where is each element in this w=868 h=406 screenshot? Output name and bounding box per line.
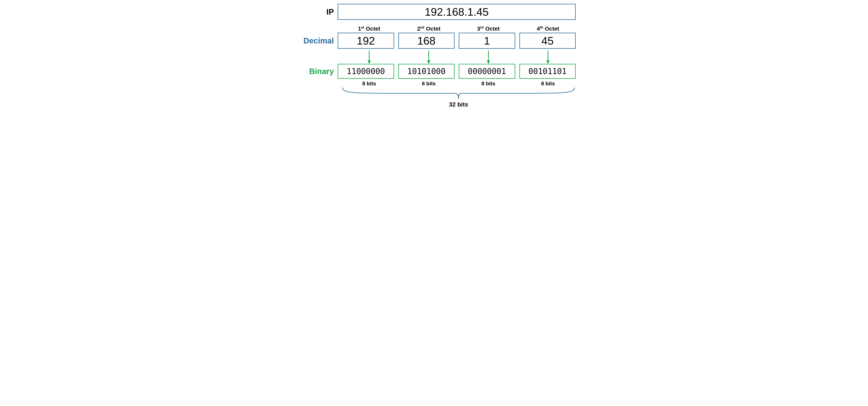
octet-ordinal-num: 3 — [477, 26, 480, 32]
arrow-cell — [520, 50, 576, 64]
ip-address-box: 192.168.1.45 — [338, 4, 576, 20]
octet-ordinal-suffix: th — [540, 26, 543, 29]
octet-header: 1st Octet — [341, 26, 397, 32]
octet-ordinal-num: 4 — [537, 26, 540, 32]
decimal-octet-box: 1 — [459, 33, 515, 49]
ip-label: IP — [292, 7, 338, 16]
bits-label: 8 bits — [461, 81, 516, 87]
octet-word: Octet — [426, 26, 440, 32]
binary-octet-box: 10101000 — [398, 64, 455, 79]
octet-ordinal-suffix: nd — [420, 26, 424, 29]
arrow-cell — [461, 50, 516, 64]
binary-label: Binary — [292, 67, 338, 76]
brace-wrap — [341, 87, 576, 100]
arrow-cell — [341, 50, 397, 64]
decimal-octet-box: 45 — [519, 33, 576, 49]
svg-marker-7 — [546, 60, 550, 64]
curly-brace-icon — [341, 87, 576, 100]
down-arrow-icon — [426, 50, 432, 64]
octet-ordinal-num: 2 — [417, 26, 420, 32]
total-bits-label: 32 bits — [341, 101, 576, 108]
bits-label: 8 bits — [520, 81, 576, 87]
octet-header-row: 1st Octet 2nd Octet 3rd Octet 4th Octet — [341, 26, 576, 32]
bits-label: 8 bits — [401, 81, 457, 87]
ip-content: 192.168.1.45 — [338, 4, 576, 20]
down-arrow-icon — [486, 50, 491, 64]
binary-content: 11000000 10101000 00000001 00101101 — [338, 64, 576, 79]
down-arrow-icon — [366, 50, 372, 64]
octet-ordinal-suffix: rd — [480, 26, 484, 29]
octet-ordinal-suffix: st — [361, 26, 364, 29]
octet-header: 3rd Octet — [461, 26, 516, 32]
ip-diagram: IP 192.168.1.45 1st Octet 2nd Octet 3rd … — [292, 4, 576, 108]
binary-octet-box: 00101101 — [519, 64, 576, 79]
ip-row: IP 192.168.1.45 — [292, 4, 576, 20]
down-arrow-icon — [545, 50, 551, 64]
octet-word: Octet — [485, 26, 500, 32]
bits-row: 8 bits 8 bits 8 bits 8 bits — [341, 81, 576, 87]
decimal-content: 192 168 1 45 — [338, 33, 576, 49]
svg-marker-3 — [427, 60, 430, 64]
decimal-octet-box: 168 — [398, 33, 455, 49]
decimal-row: Decimal 192 168 1 45 — [292, 33, 576, 49]
arrow-cell — [401, 50, 457, 64]
binary-octet-box: 00000001 — [459, 64, 515, 79]
octet-word: Octet — [366, 26, 380, 32]
svg-marker-1 — [368, 60, 371, 64]
decimal-octet-box: 192 — [338, 33, 394, 49]
binary-row: Binary 11000000 10101000 00000001 001011… — [292, 64, 576, 79]
decimal-label: Decimal — [292, 36, 338, 45]
svg-marker-5 — [487, 60, 490, 64]
octet-header: 2nd Octet — [401, 26, 457, 32]
binary-octet-box: 11000000 — [338, 64, 394, 79]
bits-label: 8 bits — [341, 81, 397, 87]
octet-ordinal-num: 1 — [358, 26, 361, 32]
arrow-row — [341, 50, 576, 64]
octet-word: Octet — [545, 26, 559, 32]
octet-header: 4th Octet — [520, 26, 576, 32]
